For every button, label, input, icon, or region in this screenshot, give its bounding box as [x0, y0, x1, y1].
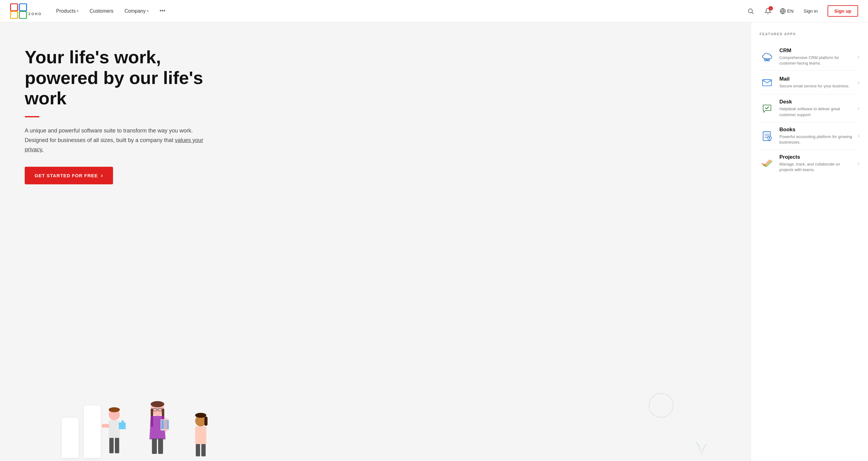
illustration-figure-1 — [102, 405, 127, 461]
crm-desc: Comprehensive CRM platform for customer-… — [779, 55, 855, 66]
svg-rect-33 — [201, 444, 206, 456]
sign-up-button[interactable]: Sign up — [828, 5, 858, 17]
mail-icon — [760, 75, 774, 90]
svg-rect-10 — [109, 420, 120, 439]
products-chevron-icon: ▾ — [77, 9, 79, 13]
svg-rect-30 — [205, 417, 208, 426]
desk-chevron-icon: › — [858, 105, 859, 111]
get-started-button[interactable]: GET STARTED FOR FREE › — [25, 167, 113, 184]
nav-links: Products ▾ Customers Company ▾ ••• — [52, 5, 745, 17]
svg-rect-2 — [10, 11, 18, 18]
illustration-card-2 — [84, 405, 101, 458]
nav-more-button[interactable]: ••• — [155, 5, 170, 17]
hero-divider — [25, 116, 39, 117]
hero-title: Your life's work,powered by our life's w… — [25, 47, 247, 109]
notifications-button[interactable]: 1 — [763, 5, 774, 17]
svg-rect-15 — [121, 420, 124, 423]
notification-badge: 1 — [769, 6, 773, 10]
svg-point-34 — [765, 59, 767, 61]
svg-rect-0 — [10, 3, 18, 10]
logo-text: ZOHO — [28, 12, 42, 16]
search-button[interactable] — [745, 5, 756, 17]
app-item-projects[interactable]: Projects Manage, track, and collaborate … — [760, 150, 859, 177]
illustration-circle — [649, 393, 674, 418]
svg-point-9 — [109, 407, 120, 412]
svg-line-5 — [752, 12, 753, 14]
crm-icon — [760, 50, 774, 64]
projects-name: Projects — [779, 154, 855, 160]
illustration-figure-2 — [142, 399, 173, 461]
app-item-mail[interactable]: Mail Secure email service for your busin… — [760, 71, 859, 94]
desk-name: Desk — [779, 99, 855, 105]
desk-desc: Helpdesk software to deliver great custo… — [779, 106, 855, 117]
svg-rect-14 — [119, 422, 126, 429]
svg-rect-1 — [20, 3, 27, 10]
illustration-card-1 — [62, 418, 79, 458]
company-chevron-icon: ▾ — [147, 9, 149, 13]
projects-chevron-icon: › — [858, 160, 859, 166]
hero-section: Your life's work,powered by our life's w… — [0, 22, 751, 461]
illustration-plant — [692, 435, 711, 461]
illustration-area — [0, 393, 751, 461]
books-chevron-icon: › — [858, 133, 859, 139]
privacy-link[interactable]: values your privacy. — [25, 137, 203, 153]
navbar: ZOHO Products ▾ Customers Company ▾ ••• — [0, 0, 868, 22]
language-button[interactable]: EN — [780, 8, 794, 14]
mail-desc: Secure email service for your business. — [779, 83, 855, 89]
featured-apps-panel: FEATURED APPS CRM Comprehensive CRM plat… — [751, 22, 868, 461]
hero-subtitle: A unique and powerful software suite to … — [25, 126, 210, 154]
app-item-desk[interactable]: Desk Helpdesk software to deliver great … — [760, 94, 859, 122]
svg-point-17 — [151, 401, 164, 407]
svg-point-4 — [748, 9, 752, 13]
nav-item-customers[interactable]: Customers — [85, 6, 118, 17]
zoho-logo[interactable]: ZOHO — [10, 3, 42, 19]
crm-name: CRM — [779, 48, 855, 54]
nav-item-products[interactable]: Products ▾ — [52, 6, 83, 17]
projects-icon — [760, 156, 774, 171]
nav-right: 1 EN Sign in Sign up — [745, 5, 858, 17]
app-item-books[interactable]: Books Powerful accounting platform for g… — [760, 122, 859, 150]
svg-point-29 — [195, 413, 206, 418]
svg-rect-11 — [109, 438, 114, 453]
mail-chevron-icon: › — [858, 80, 859, 85]
cta-arrow-icon: › — [101, 172, 103, 179]
illustration-figure-3 — [188, 411, 213, 461]
books-icon — [760, 128, 774, 143]
main-content: Your life's work,powered by our life's w… — [0, 22, 868, 461]
svg-rect-3 — [20, 11, 27, 18]
books-desc: Powerful accounting platform for growing… — [779, 134, 855, 145]
svg-rect-26 — [152, 438, 157, 454]
projects-desc: Manage, track, and collaborate on projec… — [779, 161, 855, 173]
language-label: EN — [787, 8, 794, 13]
svg-rect-12 — [115, 438, 119, 453]
svg-point-35 — [767, 59, 770, 61]
svg-rect-31 — [195, 426, 206, 445]
app-item-crm[interactable]: CRM Comprehensive CRM platform for custo… — [760, 43, 859, 71]
mail-name: Mail — [779, 76, 855, 82]
svg-rect-13 — [102, 424, 109, 428]
nav-item-company[interactable]: Company ▾ — [120, 6, 153, 17]
svg-rect-27 — [158, 438, 163, 454]
books-name: Books — [779, 127, 855, 133]
svg-rect-32 — [196, 444, 200, 456]
crm-chevron-icon: › — [858, 54, 859, 60]
featured-apps-label: FEATURED APPS — [760, 32, 859, 36]
desk-icon — [760, 101, 774, 116]
svg-rect-25 — [164, 418, 167, 431]
sign-in-button[interactable]: Sign in — [800, 6, 822, 16]
